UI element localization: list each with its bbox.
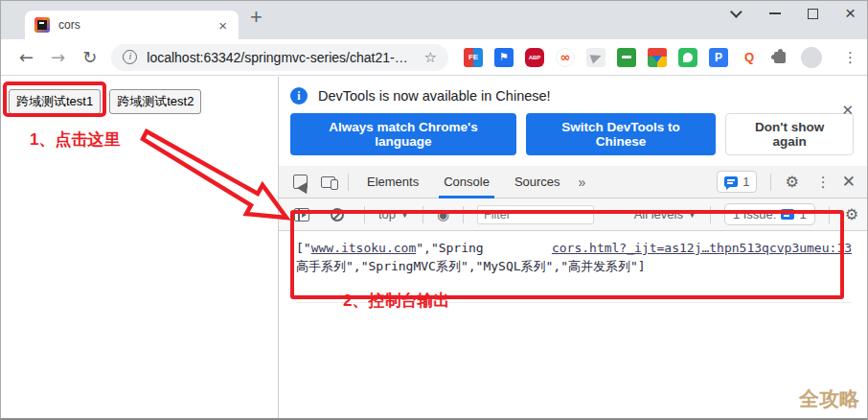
speech-bubble-icon — [724, 176, 738, 187]
back-icon[interactable]: ← — [19, 47, 34, 67]
device-toolbar-icon[interactable] — [321, 176, 335, 188]
cors-test1-button[interactable]: 跨域测试test1 — [9, 89, 101, 114]
send-extension-icon[interactable] — [586, 48, 605, 67]
console-filter-input[interactable] — [477, 205, 594, 224]
devtools-settings-icon[interactable]: ⚙ — [785, 173, 798, 191]
infinity-extension-icon[interactable]: ∞ — [556, 48, 575, 67]
browser-tab[interactable]: cors × — [25, 11, 239, 39]
download-extension-icon[interactable] — [648, 48, 667, 67]
divider — [423, 206, 423, 223]
page-info-icon[interactable]: i — [123, 50, 137, 64]
info-icon: i — [290, 87, 308, 105]
live-expression-eye-icon[interactable]: ◉ — [437, 206, 449, 223]
extensions-area: FE ⚑ ABP ∞ P Q ⋮ — [464, 47, 857, 68]
tab-search-chevron-icon[interactable] — [730, 6, 742, 18]
divider — [770, 174, 771, 191]
console-messages-badge[interactable]: 1 — [717, 171, 757, 193]
chevron-down-icon: ▼ — [400, 210, 409, 220]
more-tabs-icon[interactable]: » — [573, 175, 592, 190]
devtools-menu-icon[interactable]: ⋮ — [816, 174, 831, 191]
minimize-icon[interactable] — [769, 12, 781, 14]
devtools-tabbar: Elements Console Sources » 1 ⚙ ⋮ ✕ — [279, 166, 867, 198]
itsoku-link[interactable]: www.itsoku.com — [311, 241, 417, 255]
console-output-area: cors.html?_ijt=as12j…thpn513qcvp3umeu:13… — [279, 231, 867, 418]
adblock-plus-icon[interactable]: ABP — [525, 48, 544, 67]
fe-extension-icon[interactable]: FE — [464, 48, 483, 67]
tab-close-icon[interactable]: × — [217, 17, 229, 34]
nav-toolbar: ← → ↻ i localhost:63342/springmvc-series… — [1, 39, 867, 76]
maximize-icon[interactable] — [808, 9, 818, 19]
divider — [710, 206, 711, 223]
tab-title: cors — [58, 18, 217, 32]
switch-chinese-button[interactable]: Switch DevTools to Chinese — [526, 113, 716, 155]
issues-badge[interactable]: 1 Issue: 1 — [724, 203, 815, 225]
bookmark-star-icon[interactable]: ☆ — [424, 49, 437, 66]
banner-message: DevTools is now available in Chinese! — [318, 88, 551, 104]
divider — [463, 206, 464, 223]
tab-strip: cors × + × — [1, 1, 867, 39]
browser-window: cors × + × ← → ↻ i localhost:63342/sprin… — [0, 0, 868, 420]
url-text[interactable]: localhost:63342/springmvc-series/chat21-… — [147, 50, 423, 65]
profile-avatar[interactable] — [801, 47, 822, 68]
forward-icon[interactable]: → — [51, 47, 65, 67]
p-extension-icon[interactable]: P — [709, 48, 728, 67]
console-sidebar-toggle-icon[interactable] — [294, 208, 309, 222]
divider — [364, 206, 365, 223]
context-selector[interactable]: top ▼ — [378, 207, 409, 222]
dont-show-again-button[interactable]: Don't show again — [725, 113, 854, 155]
match-language-button[interactable]: Always match Chrome's language — [290, 113, 516, 155]
banner-close-icon[interactable]: ✕ — [841, 102, 854, 119]
refresh-icon[interactable]: ↻ — [82, 47, 97, 67]
address-bar[interactable]: i localhost:63342/springmvc-series/chat2… — [111, 44, 448, 71]
chrome-menu-icon[interactable]: ⋮ — [843, 49, 857, 66]
issue-bubble-icon — [781, 209, 794, 220]
console-settings-icon[interactable]: ⚙ — [845, 205, 858, 223]
tab-sources[interactable]: Sources — [502, 166, 573, 198]
devtools-panel: i DevTools is now available in Chinese! … — [279, 77, 867, 418]
divider — [348, 174, 349, 191]
divider — [829, 206, 830, 223]
console-log-message: cors.html?_ijt=as12j…thpn513qcvp3umeu:13… — [296, 239, 852, 303]
intellij-favicon — [34, 17, 50, 33]
new-tab-button[interactable]: + — [250, 5, 263, 30]
toolbox-extension-icon[interactable] — [617, 48, 636, 67]
log-levels-selector[interactable]: All levels ▼ — [634, 207, 697, 222]
tab-console[interactable]: Console — [431, 166, 502, 198]
web-page: 跨域测试test1 跨域测试test2 — [1, 77, 279, 418]
console-toolbar: top ▼ ◉ All levels ▼ 1 Issue: 1 — [279, 198, 867, 231]
bookmark-extension-icon[interactable]: ⚑ — [494, 48, 514, 67]
inspect-element-icon[interactable] — [293, 175, 308, 189]
console-source-link[interactable]: cors.html?_ijt=as12j…thpn513qcvp3umeu:13 — [552, 239, 852, 257]
extensions-puzzle-icon[interactable] — [770, 48, 789, 67]
clear-console-icon[interactable] — [331, 208, 344, 222]
chevron-down-icon: ▼ — [688, 210, 697, 220]
devtools-close-icon[interactable]: ✕ — [838, 172, 859, 192]
evernote-extension-icon[interactable] — [678, 48, 697, 67]
window-close-icon[interactable]: × — [845, 7, 856, 20]
q-extension-icon[interactable]: Q — [740, 48, 759, 67]
cors-test2-button[interactable]: 跨域测试test2 — [109, 89, 201, 114]
tab-elements[interactable]: Elements — [354, 166, 431, 198]
devtools-language-banner: i DevTools is now available in Chinese! … — [279, 77, 867, 166]
